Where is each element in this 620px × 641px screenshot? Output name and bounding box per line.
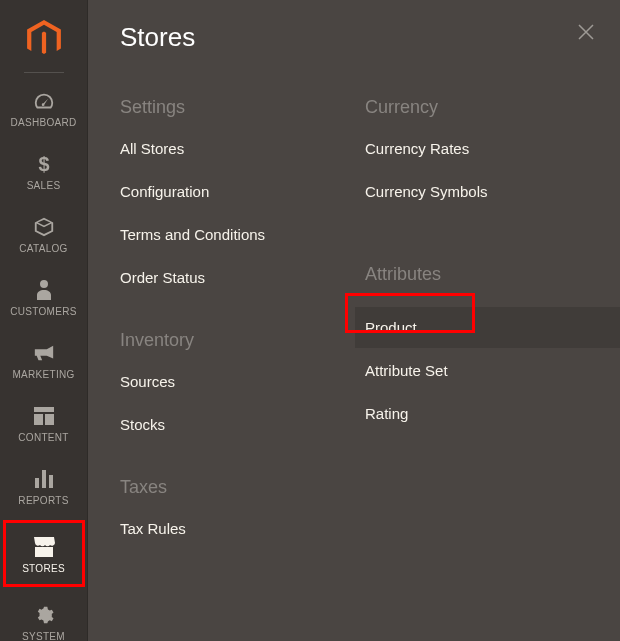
sidebar-item-customers[interactable]: CUSTOMERS xyxy=(8,268,80,325)
gear-icon xyxy=(34,603,54,627)
sidebar-item-label: MARKETING xyxy=(12,369,74,380)
settings-heading: Settings xyxy=(120,97,365,118)
stores-highlight-box: STORES xyxy=(3,520,85,587)
panel-title: Stores xyxy=(88,22,620,53)
layout-icon xyxy=(34,404,54,428)
link-all-stores[interactable]: All Stores xyxy=(120,140,365,157)
currency-heading: Currency xyxy=(365,97,610,118)
link-configuration[interactable]: Configuration xyxy=(120,183,365,200)
gauge-icon xyxy=(33,89,55,113)
close-icon xyxy=(576,22,596,42)
sidebar-item-content[interactable]: CONTENT xyxy=(8,394,80,451)
sidebar-item-label: STORES xyxy=(22,563,65,574)
dollar-icon: $ xyxy=(35,152,53,176)
magento-logo-icon xyxy=(27,20,61,58)
sidebar-item-system[interactable]: SYSTEM xyxy=(8,593,80,641)
person-icon xyxy=(36,278,52,302)
link-product-row: Product xyxy=(355,307,620,348)
link-tax-rules[interactable]: Tax Rules xyxy=(120,520,365,537)
attributes-heading: Attributes xyxy=(365,264,610,285)
link-rating[interactable]: Rating xyxy=(365,405,610,422)
link-currency-rates[interactable]: Currency Rates xyxy=(365,140,610,157)
link-stocks[interactable]: Stocks xyxy=(120,416,365,433)
close-button[interactable] xyxy=(576,22,596,46)
storefront-icon xyxy=(33,535,55,559)
stores-flyout-panel: Stores Settings All Stores Configuration… xyxy=(88,0,620,641)
panel-right-column: Currency Currency Rates Currency Symbols… xyxy=(365,97,610,581)
sidebar-item-stores[interactable]: STORES xyxy=(8,525,80,582)
section-taxes: Taxes Tax Rules xyxy=(120,477,365,537)
link-order-status[interactable]: Order Status xyxy=(120,269,365,286)
link-attribute-set[interactable]: Attribute Set xyxy=(365,362,610,379)
sidebar-item-label: REPORTS xyxy=(18,495,68,506)
sidebar-item-label: CONTENT xyxy=(18,432,68,443)
sidebar-item-label: CATALOG xyxy=(19,243,67,254)
megaphone-icon xyxy=(33,341,55,365)
panel-left-column: Settings All Stores Configuration Terms … xyxy=(120,97,365,581)
box-icon xyxy=(33,215,55,239)
magento-logo[interactable] xyxy=(27,20,61,58)
sidebar-item-dashboard[interactable]: DASHBOARD xyxy=(8,79,80,136)
section-settings: Settings All Stores Configuration Terms … xyxy=(120,97,365,286)
sidebar-item-label: DASHBOARD xyxy=(10,117,76,128)
taxes-heading: Taxes xyxy=(120,477,365,498)
link-sources[interactable]: Sources xyxy=(120,373,365,390)
inventory-heading: Inventory xyxy=(120,330,365,351)
sidebar-item-sales[interactable]: $ SALES xyxy=(8,142,80,199)
bar-chart-icon xyxy=(34,467,54,491)
sidebar-item-label: SALES xyxy=(27,180,61,191)
sidebar-item-label: CUSTOMERS xyxy=(10,306,76,317)
link-product[interactable]: Product xyxy=(365,319,620,336)
section-currency: Currency Currency Rates Currency Symbols xyxy=(365,97,610,200)
sidebar-separator xyxy=(24,72,64,73)
sidebar-item-label: SYSTEM xyxy=(22,631,65,641)
sidebar-item-reports[interactable]: REPORTS xyxy=(8,457,80,514)
svg-text:$: $ xyxy=(38,153,49,175)
section-attributes: Attributes Product Attribute Set Rating xyxy=(365,264,610,422)
admin-sidebar: DASHBOARD $ SALES CATALOG CUSTOMERS MARK… xyxy=(0,0,88,641)
sidebar-item-marketing[interactable]: MARKETING xyxy=(8,331,80,388)
link-terms-and-conditions[interactable]: Terms and Conditions xyxy=(120,226,365,243)
link-currency-symbols[interactable]: Currency Symbols xyxy=(365,183,610,200)
sidebar-item-catalog[interactable]: CATALOG xyxy=(8,205,80,262)
section-inventory: Inventory Sources Stocks xyxy=(120,330,365,433)
